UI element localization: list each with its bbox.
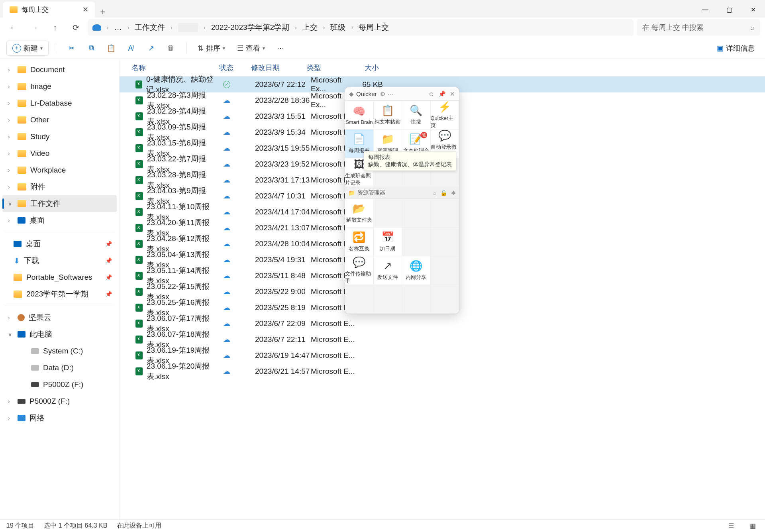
paste-button[interactable]: 📋 [103,41,119,56]
quicker-action[interactable]: 📋 纯文本粘贴 [374,101,402,130]
quicker-empty-cell[interactable] [431,285,459,314]
view-button[interactable]: ☰ 查看 ▾ [233,41,269,56]
chevron-icon: › [8,314,14,321]
action-icon: 🌐 [410,260,422,272]
breadcrumb[interactable]: › … › 工作文件 › › 2022-2023学年第2学期 › 上交 › 班级… [88,19,634,36]
pin-icon[interactable]: 📌 [438,90,446,98]
sidebar-item[interactable]: ∨ 工作文件 [2,195,117,212]
quicker-action[interactable]: ⚡ Quicker主页 [431,101,459,130]
sidebar-label: 2023学年第一学期 [26,289,88,299]
quicker-action[interactable]: 🔍 快搜 [402,101,431,130]
quicker-empty-cell[interactable] [374,285,402,314]
quicker-empty-cell[interactable] [402,199,431,228]
more-icon[interactable]: … [114,23,122,32]
quicker-action[interactable]: 📂 解散文件夹 [345,199,374,228]
list-view-button[interactable]: ☰ [725,521,737,531]
crumb[interactable]: 2022-2023学年第2学期 [211,22,289,33]
col-size[interactable]: 大小 [353,63,384,73]
quicker-action[interactable]: ↗ 发送文件 [374,256,402,285]
device-item[interactable]: ∨ 此电脑 [0,326,119,343]
pin-icon: 📌 [105,291,112,297]
crumb[interactable]: 班级 [330,22,345,33]
window-tab[interactable]: 每周上交 ✕ [3,2,95,18]
close-button[interactable]: ✕ [741,2,765,18]
lock-icon[interactable]: 🔒 [440,190,447,196]
quicker-titlebar[interactable]: ◆ Quicker ⚙ ⋯ ☺ 📌 ✕ [345,87,459,101]
file-row[interactable]: 23.06.19-第20周报表.xlsx ☁ 2023/6/21 14:57 M… [120,363,765,379]
grid-view-button[interactable]: ▦ [747,521,759,531]
device-item[interactable]: System (C:) [0,343,119,359]
device-item[interactable]: P5000Z (F:) [0,376,119,393]
minimize-button[interactable]: — [693,2,717,18]
sidebar-item[interactable]: › Lr-Database [0,95,119,112]
col-name[interactable]: 名称 [120,63,219,73]
new-tab-button[interactable]: ＋ [95,6,111,18]
crumb[interactable]: 上交 [302,22,318,33]
quicker-empty-cell[interactable] [402,228,431,256]
details-button[interactable]: ▣ 详细信息 [713,41,759,56]
quicker-empty-cell[interactable] [402,285,431,314]
usb-icon [31,382,39,387]
quicker-action[interactable]: 🔁 名称互换 [345,228,374,256]
device-item[interactable]: › P5000Z (F:) [0,393,119,410]
copy-button[interactable]: ⧉ [83,41,99,56]
rename-button[interactable]: Aⁱ [123,41,139,56]
quick-access-item[interactable]: 桌面 📌 [0,236,119,252]
crumb[interactable]: 每周上交 [359,22,389,33]
sidebar-item[interactable]: › Study [0,128,119,145]
device-item[interactable]: › 坚果云 [0,309,119,326]
sort-button[interactable]: ⇅ 排序 ▾ [194,41,229,56]
crumb[interactable]: 工作文件 [135,22,165,33]
quick-access-item[interactable]: ⬇下载 📌 [0,252,119,269]
new-button[interactable]: ＋ 新建 ▾ [6,41,49,56]
quicker-action[interactable]: 💬 文件传输助手 [345,256,374,285]
quicker-action[interactable]: 🧠 Smart Brain [345,101,374,130]
sidebar-item[interactable]: › Other [0,112,119,128]
action-label: 名称互换 [349,245,369,252]
more-icon[interactable]: ⋯ [388,90,394,98]
gear-icon[interactable]: ⚙ [380,90,385,98]
device-item[interactable]: Data (D:) [0,359,119,376]
up-button[interactable]: ↑ [46,20,64,35]
sidebar-item[interactable]: › Video [0,145,119,162]
action-label: Smart Brain [345,119,373,125]
sidebar-item[interactable]: › Image [0,78,119,95]
col-status[interactable]: 状态 [219,63,251,73]
settings-icon[interactable]: ✱ [451,190,456,196]
refresh-button[interactable]: ⟳ [67,20,84,35]
crumb-redacted[interactable] [178,23,198,32]
action-label: 加日期 [380,245,395,252]
search-input[interactable]: 在 每周上交 中搜索 ⌕ [637,19,760,36]
quicker-empty-cell[interactable] [374,199,402,228]
quick-access-item[interactable]: 2023学年第一学期 📌 [0,286,119,302]
user-icon[interactable]: ☺ [428,90,434,98]
sidebar-item[interactable]: › Document [0,61,119,78]
sidebar-item[interactable]: › Workplace [0,162,119,179]
maximize-button[interactable]: ▢ [717,2,741,18]
quicker-empty-cell[interactable] [345,285,374,314]
device-item[interactable]: › 网络 [0,410,119,426]
quick-access-item[interactable]: Portable_Softwares 📌 [0,269,119,286]
forward-button[interactable]: → [26,20,43,35]
quicker-empty-cell[interactable] [431,256,459,285]
share-button[interactable]: ↗ [143,41,159,56]
quicker-empty-cell[interactable] [431,199,459,228]
sidebar-item[interactable]: › 桌面 [0,212,119,229]
cut-button[interactable]: ✂ [63,41,79,56]
back-button[interactable]: ← [5,20,22,35]
sidebar-item[interactable]: › 附件 [0,179,119,195]
close-icon[interactable]: ✕ [450,90,455,98]
list-icon: ☰ [237,44,243,53]
tab-close-icon[interactable]: ✕ [82,5,88,14]
search-icon[interactable]: ⌕ [433,190,436,196]
quicker-popup[interactable]: ◆ Quicker ⚙ ⋯ ☺ 📌 ✕ 🧠 Smart Brain 📋 纯文本粘… [345,87,459,314]
quicker-empty-cell[interactable] [431,228,459,256]
delete-button[interactable]: 🗑 [163,41,179,56]
sidebar-label: 此电脑 [29,329,52,340]
quicker-action[interactable]: 🌐 内网分享 [402,256,431,285]
sidebar[interactable]: › Document › Image › Lr-Database › Other… [0,59,120,519]
quicker-action[interactable]: 📅 加日期 [374,228,402,256]
col-date[interactable]: 修改日期 [251,63,307,73]
col-type[interactable]: 类型 [307,63,353,73]
more-button[interactable]: ⋯ [273,41,288,56]
